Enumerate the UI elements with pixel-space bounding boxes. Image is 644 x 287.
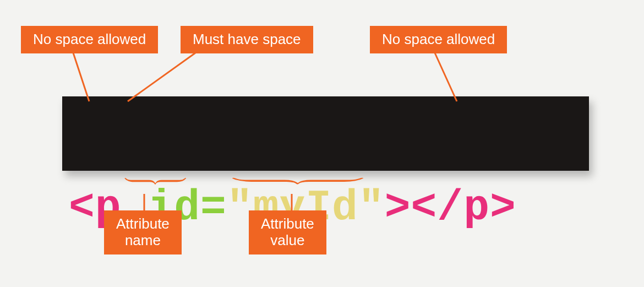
- line-no-space-right: [435, 53, 457, 101]
- code-angle-open: <: [69, 183, 95, 232]
- code-sample: <p id="myId"></p>: [62, 96, 589, 171]
- callout-no-space-right: No space allowed: [370, 26, 507, 53]
- code-tag-close: </p>: [411, 183, 516, 232]
- code-angle-close: >: [385, 183, 411, 232]
- line-must-have-space: [128, 53, 195, 101]
- line-no-space-left: [73, 53, 89, 101]
- callout-attribute-name: Attribute name: [104, 210, 182, 254]
- callout-must-have-space: Must have space: [181, 26, 313, 53]
- brace-attr-value-icon: ︸: [228, 162, 379, 205]
- callout-no-space-left: No space allowed: [21, 26, 158, 53]
- diagram-stage: No space allowed Must have space No spac…: [0, 0, 644, 287]
- brace-attr-name-icon: ︸: [123, 162, 193, 205]
- callout-attribute-value: Attribute value: [249, 210, 326, 254]
